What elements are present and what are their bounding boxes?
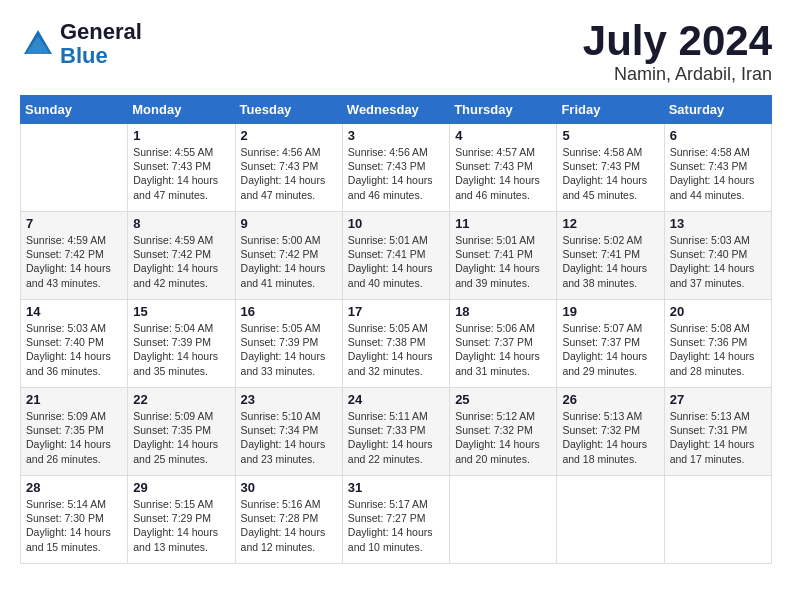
- calendar-day-cell: 28Sunrise: 5:14 AMSunset: 7:30 PMDayligh…: [21, 476, 128, 564]
- day-number: 2: [241, 128, 337, 143]
- day-details: Sunrise: 5:01 AMSunset: 7:41 PMDaylight:…: [455, 233, 551, 290]
- calendar-day-cell: 19Sunrise: 5:07 AMSunset: 7:37 PMDayligh…: [557, 300, 664, 388]
- day-number: 17: [348, 304, 444, 319]
- calendar-day-cell: 9Sunrise: 5:00 AMSunset: 7:42 PMDaylight…: [235, 212, 342, 300]
- calendar-day-cell: 15Sunrise: 5:04 AMSunset: 7:39 PMDayligh…: [128, 300, 235, 388]
- day-number: 4: [455, 128, 551, 143]
- calendar-day-cell: 22Sunrise: 5:09 AMSunset: 7:35 PMDayligh…: [128, 388, 235, 476]
- day-number: 23: [241, 392, 337, 407]
- calendar-day-cell: 16Sunrise: 5:05 AMSunset: 7:39 PMDayligh…: [235, 300, 342, 388]
- day-details: Sunrise: 5:13 AMSunset: 7:32 PMDaylight:…: [562, 409, 658, 466]
- day-number: 6: [670, 128, 766, 143]
- day-number: 30: [241, 480, 337, 495]
- calendar-day-cell: [664, 476, 771, 564]
- calendar-day-cell: 26Sunrise: 5:13 AMSunset: 7:32 PMDayligh…: [557, 388, 664, 476]
- calendar-table: SundayMondayTuesdayWednesdayThursdayFrid…: [20, 95, 772, 564]
- weekday-header-row: SundayMondayTuesdayWednesdayThursdayFrid…: [21, 96, 772, 124]
- day-number: 26: [562, 392, 658, 407]
- logo-text: General Blue: [60, 20, 142, 68]
- calendar-day-cell: 12Sunrise: 5:02 AMSunset: 7:41 PMDayligh…: [557, 212, 664, 300]
- day-details: Sunrise: 5:02 AMSunset: 7:41 PMDaylight:…: [562, 233, 658, 290]
- day-details: Sunrise: 5:09 AMSunset: 7:35 PMDaylight:…: [133, 409, 229, 466]
- day-details: Sunrise: 5:00 AMSunset: 7:42 PMDaylight:…: [241, 233, 337, 290]
- calendar-day-cell: [557, 476, 664, 564]
- calendar-week-row: 1Sunrise: 4:55 AMSunset: 7:43 PMDaylight…: [21, 124, 772, 212]
- day-number: 3: [348, 128, 444, 143]
- day-details: Sunrise: 5:12 AMSunset: 7:32 PMDaylight:…: [455, 409, 551, 466]
- month-title: July 2024: [583, 20, 772, 62]
- day-number: 15: [133, 304, 229, 319]
- calendar-day-cell: 24Sunrise: 5:11 AMSunset: 7:33 PMDayligh…: [342, 388, 449, 476]
- day-details: Sunrise: 5:05 AMSunset: 7:38 PMDaylight:…: [348, 321, 444, 378]
- day-details: Sunrise: 4:59 AMSunset: 7:42 PMDaylight:…: [26, 233, 122, 290]
- day-details: Sunrise: 4:57 AMSunset: 7:43 PMDaylight:…: [455, 145, 551, 202]
- calendar-week-row: 14Sunrise: 5:03 AMSunset: 7:40 PMDayligh…: [21, 300, 772, 388]
- calendar-day-cell: 21Sunrise: 5:09 AMSunset: 7:35 PMDayligh…: [21, 388, 128, 476]
- day-number: 29: [133, 480, 229, 495]
- day-details: Sunrise: 5:04 AMSunset: 7:39 PMDaylight:…: [133, 321, 229, 378]
- calendar-day-cell: 29Sunrise: 5:15 AMSunset: 7:29 PMDayligh…: [128, 476, 235, 564]
- day-number: 10: [348, 216, 444, 231]
- calendar-day-cell: 17Sunrise: 5:05 AMSunset: 7:38 PMDayligh…: [342, 300, 449, 388]
- calendar-day-cell: 1Sunrise: 4:55 AMSunset: 7:43 PMDaylight…: [128, 124, 235, 212]
- day-number: 14: [26, 304, 122, 319]
- day-details: Sunrise: 5:17 AMSunset: 7:27 PMDaylight:…: [348, 497, 444, 554]
- day-details: Sunrise: 4:58 AMSunset: 7:43 PMDaylight:…: [562, 145, 658, 202]
- day-number: 11: [455, 216, 551, 231]
- calendar-day-cell: [21, 124, 128, 212]
- day-details: Sunrise: 5:08 AMSunset: 7:36 PMDaylight:…: [670, 321, 766, 378]
- calendar-day-cell: 14Sunrise: 5:03 AMSunset: 7:40 PMDayligh…: [21, 300, 128, 388]
- calendar-day-cell: 6Sunrise: 4:58 AMSunset: 7:43 PMDaylight…: [664, 124, 771, 212]
- calendar-day-cell: 8Sunrise: 4:59 AMSunset: 7:42 PMDaylight…: [128, 212, 235, 300]
- calendar-day-cell: 7Sunrise: 4:59 AMSunset: 7:42 PMDaylight…: [21, 212, 128, 300]
- day-number: 28: [26, 480, 122, 495]
- day-number: 31: [348, 480, 444, 495]
- day-number: 16: [241, 304, 337, 319]
- day-details: Sunrise: 4:56 AMSunset: 7:43 PMDaylight:…: [241, 145, 337, 202]
- calendar-day-cell: 20Sunrise: 5:08 AMSunset: 7:36 PMDayligh…: [664, 300, 771, 388]
- calendar-day-cell: 18Sunrise: 5:06 AMSunset: 7:37 PMDayligh…: [450, 300, 557, 388]
- weekday-header-cell: Monday: [128, 96, 235, 124]
- calendar-week-row: 7Sunrise: 4:59 AMSunset: 7:42 PMDaylight…: [21, 212, 772, 300]
- day-number: 21: [26, 392, 122, 407]
- day-details: Sunrise: 5:06 AMSunset: 7:37 PMDaylight:…: [455, 321, 551, 378]
- calendar-day-cell: [450, 476, 557, 564]
- day-number: 25: [455, 392, 551, 407]
- weekday-header-cell: Friday: [557, 96, 664, 124]
- page-header: General Blue July 2024 Namin, Ardabil, I…: [20, 20, 772, 85]
- calendar-day-cell: 25Sunrise: 5:12 AMSunset: 7:32 PMDayligh…: [450, 388, 557, 476]
- day-number: 8: [133, 216, 229, 231]
- day-details: Sunrise: 5:14 AMSunset: 7:30 PMDaylight:…: [26, 497, 122, 554]
- calendar-day-cell: 11Sunrise: 5:01 AMSunset: 7:41 PMDayligh…: [450, 212, 557, 300]
- day-number: 9: [241, 216, 337, 231]
- calendar-day-cell: 31Sunrise: 5:17 AMSunset: 7:27 PMDayligh…: [342, 476, 449, 564]
- calendar-day-cell: 27Sunrise: 5:13 AMSunset: 7:31 PMDayligh…: [664, 388, 771, 476]
- day-number: 27: [670, 392, 766, 407]
- calendar-day-cell: 13Sunrise: 5:03 AMSunset: 7:40 PMDayligh…: [664, 212, 771, 300]
- day-details: Sunrise: 5:13 AMSunset: 7:31 PMDaylight:…: [670, 409, 766, 466]
- weekday-header-cell: Saturday: [664, 96, 771, 124]
- day-details: Sunrise: 5:03 AMSunset: 7:40 PMDaylight:…: [26, 321, 122, 378]
- calendar-body: 1Sunrise: 4:55 AMSunset: 7:43 PMDaylight…: [21, 124, 772, 564]
- calendar-week-row: 28Sunrise: 5:14 AMSunset: 7:30 PMDayligh…: [21, 476, 772, 564]
- day-number: 19: [562, 304, 658, 319]
- day-number: 13: [670, 216, 766, 231]
- calendar-day-cell: 2Sunrise: 4:56 AMSunset: 7:43 PMDaylight…: [235, 124, 342, 212]
- day-details: Sunrise: 4:59 AMSunset: 7:42 PMDaylight:…: [133, 233, 229, 290]
- day-number: 1: [133, 128, 229, 143]
- day-details: Sunrise: 5:07 AMSunset: 7:37 PMDaylight:…: [562, 321, 658, 378]
- title-block: July 2024 Namin, Ardabil, Iran: [583, 20, 772, 85]
- logo: General Blue: [20, 20, 142, 68]
- day-details: Sunrise: 4:58 AMSunset: 7:43 PMDaylight:…: [670, 145, 766, 202]
- day-details: Sunrise: 5:11 AMSunset: 7:33 PMDaylight:…: [348, 409, 444, 466]
- day-number: 18: [455, 304, 551, 319]
- day-number: 24: [348, 392, 444, 407]
- calendar-day-cell: 30Sunrise: 5:16 AMSunset: 7:28 PMDayligh…: [235, 476, 342, 564]
- day-details: Sunrise: 5:10 AMSunset: 7:34 PMDaylight:…: [241, 409, 337, 466]
- day-details: Sunrise: 4:55 AMSunset: 7:43 PMDaylight:…: [133, 145, 229, 202]
- day-details: Sunrise: 5:05 AMSunset: 7:39 PMDaylight:…: [241, 321, 337, 378]
- day-details: Sunrise: 5:01 AMSunset: 7:41 PMDaylight:…: [348, 233, 444, 290]
- location-title: Namin, Ardabil, Iran: [583, 64, 772, 85]
- day-number: 5: [562, 128, 658, 143]
- day-number: 22: [133, 392, 229, 407]
